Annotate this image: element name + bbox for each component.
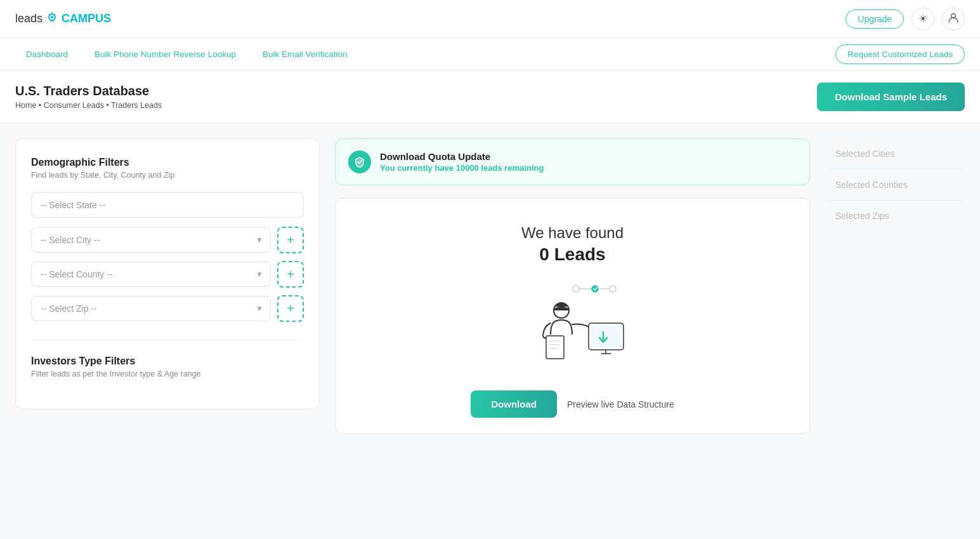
right-panel: Selected Cities Selected Counties Select… xyxy=(825,138,965,539)
county-select-wrapper: -- Select County -- ▼ xyxy=(31,262,271,287)
nav-tabs: Dashboard Bulk Phone Number Reverse Look… xyxy=(15,45,358,63)
user-menu-button[interactable] xyxy=(942,8,965,30)
svg-point-5 xyxy=(592,286,598,292)
selected-zips-title: Selected Zips xyxy=(835,211,965,221)
center-panel: Download Quota Update You currently have… xyxy=(320,138,825,539)
zip-select-wrapper: -- Select Zip -- ▼ xyxy=(31,296,271,321)
zip-filter-row: -- Select Zip -- ▼ + xyxy=(31,295,304,322)
main-layout: Demographic Filters Find leads by State,… xyxy=(0,123,980,539)
add-city-button[interactable]: + xyxy=(277,227,304,253)
select-zip-dropdown[interactable]: -- Select Zip -- xyxy=(31,296,271,321)
quota-banner: Download Quota Update You currently have… xyxy=(335,138,810,185)
found-text: We have found xyxy=(521,224,624,242)
illustration xyxy=(516,277,630,366)
page-title-area: U.S. Traders Database Home • Consumer Le… xyxy=(15,84,162,110)
selected-cities-section: Selected Cities xyxy=(825,138,965,170)
logo-leads-text: leads xyxy=(15,12,42,25)
demographic-title: Demographic Filters xyxy=(31,157,304,168)
svg-point-7 xyxy=(610,286,616,292)
demographic-filters-section: Demographic Filters Find leads by State,… xyxy=(31,157,304,322)
breadcrumb-sep2: • xyxy=(106,101,111,110)
quota-desc: You currently have 10000 leads remaining xyxy=(380,163,544,173)
download-sample-leads-button[interactable]: Download Sample Leads xyxy=(817,83,965,111)
nav-tab-bulk-phone[interactable]: Bulk Phone Number Reverse Lookup xyxy=(84,45,247,63)
download-button[interactable]: Download xyxy=(471,390,557,418)
demographic-desc: Find leads by State, City, County and Zi… xyxy=(31,171,304,180)
investors-desc: Filter leads as per the Investor type & … xyxy=(31,369,304,378)
select-state-dropdown[interactable]: -- Select State -- xyxy=(31,192,304,218)
logo-campus-text: CAMPUS xyxy=(62,12,111,25)
city-filter-row: -- Select City -- ▼ + xyxy=(31,227,304,253)
quota-title: Download Quota Update xyxy=(380,151,544,162)
selected-zips-section: Selected Zips xyxy=(825,201,965,231)
breadcrumb-consumer[interactable]: Consumer Leads xyxy=(44,101,104,110)
theme-toggle-button[interactable]: ☀ xyxy=(911,8,934,30)
breadcrumb-sep1: • xyxy=(39,101,44,110)
svg-point-1 xyxy=(51,16,53,18)
request-customized-leads-button[interactable]: Request Customized Leads xyxy=(835,44,965,64)
upgrade-button[interactable]: Upgrade xyxy=(846,10,904,29)
header: leads CAMPUS Upgrade ☀ xyxy=(0,0,980,38)
selected-counties-title: Selected Counties xyxy=(835,180,965,190)
selected-counties-section: Selected Counties xyxy=(825,170,965,201)
results-area: We have found 0 Leads xyxy=(335,198,810,434)
page-title: U.S. Traders Database xyxy=(15,84,162,98)
theme-icon: ☀ xyxy=(918,13,927,25)
add-county-button[interactable]: + xyxy=(277,261,304,288)
user-icon xyxy=(948,12,959,26)
header-right: Upgrade ☀ xyxy=(846,8,965,30)
breadcrumb-home[interactable]: Home xyxy=(15,101,36,110)
selected-cities-title: Selected Cities xyxy=(835,149,965,159)
select-city-dropdown[interactable]: -- Select City -- xyxy=(31,227,271,253)
quota-shield-icon xyxy=(348,150,371,173)
quota-desc-prefix: You currently have xyxy=(380,163,456,173)
logo-icon xyxy=(45,12,59,26)
left-panel: Demographic Filters Find leads by State,… xyxy=(15,138,320,409)
breadcrumb-traders: Traders Leads xyxy=(111,101,162,110)
city-select-wrapper: -- Select City -- ▼ xyxy=(31,227,271,253)
svg-rect-14 xyxy=(591,326,621,347)
add-zip-button[interactable]: + xyxy=(277,295,304,322)
county-filter-row: -- Select County -- ▼ + xyxy=(31,261,304,288)
nav-tab-dashboard[interactable]: Dashboard xyxy=(15,45,79,63)
svg-rect-9 xyxy=(546,336,564,359)
breadcrumb: Home • Consumer Leads • Traders Leads xyxy=(15,101,162,110)
leads-count: 0 Leads xyxy=(539,244,605,265)
page-header: U.S. Traders Database Home • Consumer Le… xyxy=(0,71,980,123)
nav-tab-bulk-email[interactable]: Bulk Email Verification xyxy=(252,45,358,63)
action-buttons: Download Preview live Data Structure xyxy=(471,390,674,418)
svg-point-3 xyxy=(573,286,579,292)
select-county-dropdown[interactable]: -- Select County -- xyxy=(31,262,271,287)
quota-amount: 10000 xyxy=(456,163,479,173)
investors-section: Investors Type Filters Filter leads as p… xyxy=(31,340,304,378)
quota-desc-suffix: leads remaining xyxy=(479,163,544,173)
preview-data-structure-button[interactable]: Preview live Data Structure xyxy=(567,399,674,409)
quota-text: Download Quota Update You currently have… xyxy=(380,151,544,173)
nav-bar: Dashboard Bulk Phone Number Reverse Look… xyxy=(0,38,980,71)
investors-title: Investors Type Filters xyxy=(31,356,304,367)
logo: leads CAMPUS xyxy=(15,12,111,26)
